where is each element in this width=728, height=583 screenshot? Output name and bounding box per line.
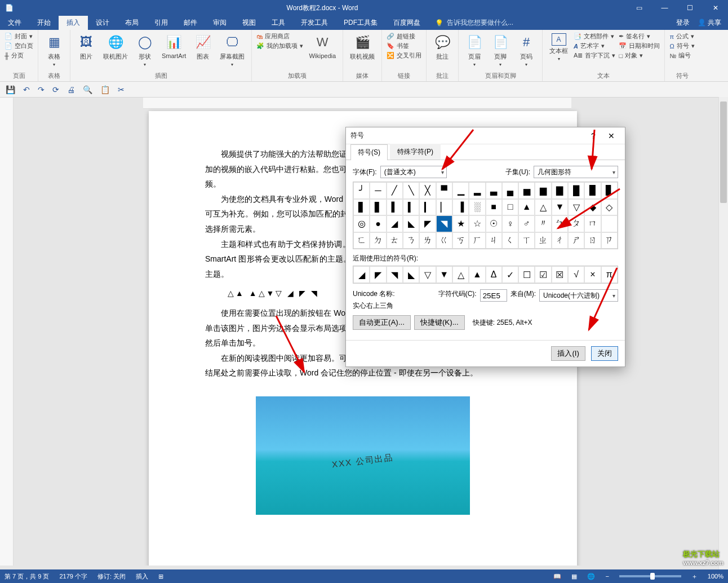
qat-icon-4[interactable]: ⟳ <box>52 85 59 94</box>
font-combo[interactable]: (普通文本) <box>380 166 447 178</box>
smartart-button[interactable]: 📊SmartArt <box>159 32 188 60</box>
recent-symbol-cell[interactable]: ◤ <box>370 266 386 283</box>
zoom-slider[interactable] <box>619 575 681 577</box>
bookmark-button[interactable]: 🔖书签 <box>387 42 421 50</box>
tab-home[interactable]: 开始 <box>29 16 59 30</box>
symbol-cell[interactable]: ▉ <box>584 182 601 199</box>
wordart-button[interactable]: A艺术字▾ <box>574 42 615 50</box>
symbol-cell[interactable]: ▇ <box>552 182 568 199</box>
symbol-grid[interactable]: ╯─╱╲╳▀▁▂▃▄▅▆▇█▉▊▋▋▌▍▎▏▐░■□▲△▼▽◆◇◎●◢◣◤◥★☆… <box>353 182 618 249</box>
tab-design[interactable]: 设计 <box>88 16 117 30</box>
signature-button[interactable]: ✒签名行▾ <box>619 32 660 41</box>
online-video-button[interactable]: 🎬联机视频 <box>348 32 377 62</box>
recent-symbols[interactable]: ◢◤◥◣▽▼△▲Δ✓☐☑☒√×π <box>353 266 618 284</box>
symbol-cell[interactable]: ╯ <box>353 182 370 199</box>
save-icon[interactable]: 💾 <box>6 85 15 94</box>
symbol-cell[interactable]: ▅ <box>518 182 535 199</box>
symbol-cell[interactable]: ░ <box>469 199 485 216</box>
store-button[interactable]: 🛍应用商店 <box>256 32 303 41</box>
recent-symbol-cell[interactable]: ▽ <box>419 266 436 283</box>
login-link[interactable]: 登录 <box>676 18 690 28</box>
symbol-cell[interactable]: ▐ <box>452 199 469 216</box>
symbol-cell[interactable]: ■ <box>486 199 502 216</box>
autocorrect-button[interactable]: 自动更正(A)... <box>353 315 411 330</box>
maximize-button[interactable]: ☐ <box>677 0 703 16</box>
symbol-cell[interactable]: ㄖ <box>584 232 601 249</box>
zoom-in-button[interactable]: ＋ <box>691 572 698 581</box>
symbol-cell[interactable]: ▃ <box>486 182 502 199</box>
recent-symbol-cell[interactable]: ▼ <box>436 266 452 283</box>
qat-icon-7[interactable]: 📋 <box>100 85 110 94</box>
datetime-button[interactable]: 📅日期和时间 <box>619 42 660 50</box>
symbol-cell[interactable]: ▋ <box>370 199 386 216</box>
recent-symbol-cell[interactable]: Δ <box>486 266 502 283</box>
subset-combo[interactable]: 几何图形符 <box>534 166 618 178</box>
dialog-tab-special[interactable]: 特殊字符(P) <box>390 144 441 160</box>
dropcap-button[interactable]: A≣首字下沉▾ <box>574 51 615 60</box>
symbol-cell[interactable]: ▌ <box>387 199 403 216</box>
symbol-cell[interactable]: ◤ <box>419 215 436 232</box>
header-button[interactable]: 📄页眉▾ <box>463 32 486 68</box>
from-combo[interactable]: Unicode(十六进制) <box>539 289 618 302</box>
chart-button[interactable]: 📈图表 <box>192 32 214 62</box>
tab-insert[interactable]: 插入 <box>59 16 88 30</box>
object-button[interactable]: □对象▾ <box>619 51 660 60</box>
symbol-cell[interactable]: ▊ <box>601 182 618 199</box>
recent-symbol-cell[interactable]: ✓ <box>502 266 518 283</box>
symbol-cell[interactable]: ㄊ <box>387 232 403 249</box>
tab-developer[interactable]: 开发工具 <box>293 16 336 30</box>
symbol-cell[interactable]: ♂ <box>518 215 535 232</box>
charcode-input[interactable] <box>480 289 507 302</box>
symbol-cell[interactable]: ▎ <box>419 199 436 216</box>
symbol-cell[interactable]: ◥ <box>436 215 452 232</box>
share-button[interactable]: 👤 共享 <box>698 18 721 28</box>
scrollbar-thumb[interactable] <box>720 101 727 203</box>
symbol-cell[interactable]: ▋ <box>353 199 370 216</box>
qat-icon-8[interactable]: ✂ <box>118 85 125 94</box>
symbol-cell[interactable]: ㄍ <box>436 232 452 249</box>
symbol-cell[interactable]: ☉ <box>486 215 502 232</box>
symbol-cell[interactable]: ㄈ <box>353 232 370 249</box>
recent-symbol-cell[interactable]: ☑ <box>535 266 551 283</box>
symbol-cell[interactable]: ▍ <box>403 199 419 216</box>
symbol-cell[interactable]: ◢ <box>387 215 403 232</box>
symbol-cell[interactable]: ㄉ <box>370 232 386 249</box>
symbol-cell[interactable]: ㄒ <box>518 232 535 249</box>
view-print-icon[interactable]: ▦ <box>571 573 577 580</box>
page-break-button[interactable]: ╫分页 <box>5 51 33 60</box>
cover-page-button[interactable]: 📄封面▾ <box>5 32 33 41</box>
recent-symbol-cell[interactable]: ☒ <box>552 266 568 283</box>
recent-symbol-cell[interactable]: ◣ <box>403 266 419 283</box>
qat-icon-5[interactable]: 🖨 <box>67 85 75 94</box>
recent-symbol-cell[interactable]: π <box>601 266 618 283</box>
quickparts-button[interactable]: 📑文档部件▾ <box>574 32 615 41</box>
tab-baidu[interactable]: 百度网盘 <box>385 16 428 30</box>
symbol-cell[interactable]: 〃 <box>535 215 551 232</box>
symbol-cell[interactable]: ㄎ <box>452 232 469 249</box>
recent-symbol-cell[interactable]: ▲ <box>469 266 485 283</box>
symbol-cell[interactable]: ▽ <box>568 199 584 216</box>
status-track[interactable]: 修订: 关闭 <box>97 572 126 581</box>
pagenum-button[interactable]: #页码▾ <box>515 32 538 68</box>
status-extra-icon[interactable]: ⊞ <box>158 573 163 580</box>
tab-references[interactable]: 引用 <box>147 16 176 30</box>
undo-icon[interactable]: ↶ <box>23 85 30 94</box>
qat-icon-6[interactable]: 🔍 <box>83 85 92 94</box>
my-addins-button[interactable]: 🧩我的加载项▾ <box>256 42 303 50</box>
blank-page-button[interactable]: 📄空白页 <box>5 42 33 50</box>
symbol-cell[interactable]: ㄓ <box>535 232 551 249</box>
screenshot-button[interactable]: 🖵屏幕截图▾ <box>217 32 247 68</box>
symbol-cell[interactable]: ▂ <box>469 182 485 199</box>
online-picture-button[interactable]: 🌐联机图片 <box>101 32 130 62</box>
equation-button[interactable]: π公式▾ <box>669 32 694 41</box>
symbol-cell[interactable]: ㄌ <box>419 232 436 249</box>
recent-symbol-cell[interactable]: △ <box>452 266 469 283</box>
symbol-cell[interactable]: ╱ <box>387 182 403 199</box>
tab-view[interactable]: 视图 <box>234 16 264 30</box>
ribbon-options-icon[interactable]: ▭ <box>627 0 652 16</box>
symbol-cell[interactable]: ㄔ <box>552 232 568 249</box>
symbol-cell[interactable]: ㄏ <box>469 232 485 249</box>
recent-symbol-cell[interactable]: ◢ <box>353 266 370 283</box>
symbol-cell[interactable]: ★ <box>452 215 469 232</box>
symbol-cell[interactable]: ◇ <box>601 199 618 216</box>
